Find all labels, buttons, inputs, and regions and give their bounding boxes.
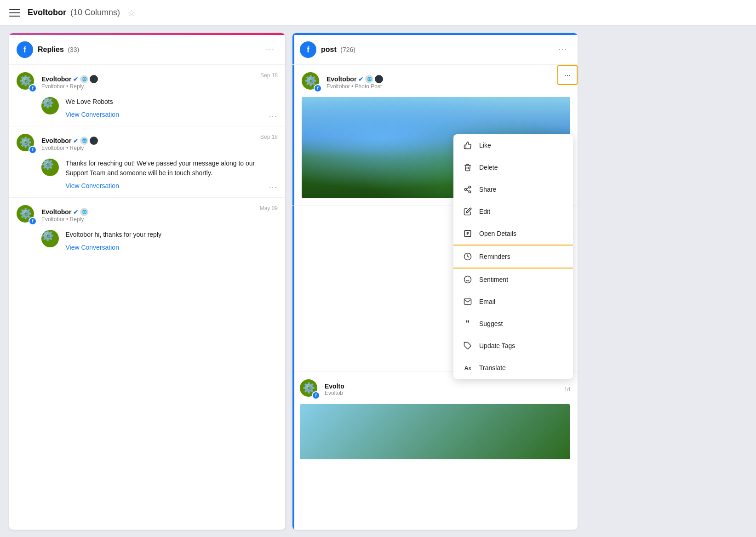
reply-item-2: ⚙️ f Evoltobor ✔ 🌐 🌑 — [9, 126, 285, 198]
post-avatar-1: ⚙️ f — [302, 72, 322, 92]
menu-edit-label: Edit — [479, 208, 490, 215]
suggest-icon: " — [463, 319, 473, 329]
globe-badge-post-1: 🌐 — [365, 75, 373, 83]
verified-badge-3: ✔ — [73, 209, 78, 216]
menu-like-label: Like — [479, 142, 491, 149]
reply-item-1: ⚙️ f Evoltobor ✔ 🌐 🌑 — [9, 65, 285, 126]
menu-translate-label: Translate — [479, 364, 506, 371]
fb-badge-3: f — [29, 217, 37, 225]
reply-avatar-1: ⚙️ — [41, 97, 59, 114]
hamburger-menu-icon[interactable] — [9, 7, 20, 18]
main-area: f Replies (33) ··· ⚙️ f — [0, 26, 756, 537]
svg-point-1 — [464, 189, 467, 191]
menu-sentiment-label: Sentiment — [479, 276, 508, 283]
sentiment-icon — [463, 274, 473, 285]
svg-point-0 — [469, 186, 471, 189]
facebook-platform-icon: f — [17, 41, 33, 58]
replies-column: f Replies (33) ··· ⚙️ f — [9, 33, 285, 530]
menu-update-tags-item[interactable]: Update Tags — [453, 335, 573, 357]
menu-sentiment-item[interactable]: Sentiment — [453, 268, 573, 291]
menu-email-label: Email — [479, 298, 495, 305]
fb-badge-post-2: f — [312, 391, 320, 400]
post-thumb-2 — [300, 404, 570, 459]
post-avatar-2: ⚙️ f — [300, 379, 320, 400]
post-item-2: ⚙️ f Evolto Evoltob 1d — [292, 371, 578, 467]
fb-platform-icon-right: f — [300, 41, 316, 58]
replies-column-header: f Replies (33) ··· — [9, 35, 285, 65]
menu-share-item[interactable]: Share — [453, 178, 573, 200]
update-tags-icon — [463, 341, 473, 351]
trash-icon — [463, 162, 473, 172]
menu-share-label: Share — [479, 186, 496, 193]
menu-email-item[interactable]: Email — [453, 291, 573, 313]
avatar-3: ⚙️ f — [17, 205, 37, 225]
verified-badge-post-1: ✔ — [358, 76, 363, 83]
email-icon — [463, 297, 473, 307]
view-conversation-link-3[interactable]: View Conversation — [65, 244, 119, 251]
context-menu: Like Delete Share Edit — [453, 134, 573, 379]
dark-badge-2: 🌑 — [90, 137, 98, 145]
svg-line-4 — [466, 188, 469, 189]
menu-reminders-label: Reminders — [479, 253, 510, 260]
post-column-more-button[interactable]: ··· — [556, 42, 570, 57]
menu-open-details-item[interactable]: Open Details — [453, 223, 573, 245]
reply-item-3: ⚙️ f Evoltobor ✔ 🌐 Evoltobor • — [9, 198, 285, 259]
menu-suggest-label: Suggest — [479, 320, 503, 327]
post-column: f post (726) ··· ⚙️ f Evoltobor — [292, 33, 578, 530]
menu-edit-item[interactable]: Edit — [453, 200, 573, 223]
fb-badge-2: f — [29, 146, 37, 154]
edit-icon — [463, 206, 473, 217]
verified-badge-1: ✔ — [73, 76, 78, 83]
item-1-more-button[interactable]: ··· — [269, 112, 278, 120]
dark-badge-1: 🌑 — [90, 75, 98, 83]
item-2-more-button[interactable]: ··· — [269, 183, 278, 192]
fb-badge-post-1: f — [314, 84, 322, 92]
verified-badge-2: ✔ — [73, 137, 78, 144]
globe-badge-2: 🌐 — [80, 137, 88, 145]
avatar-2: ⚙️ f — [17, 134, 37, 154]
open-details-icon — [463, 229, 473, 239]
globe-badge-1: 🌐 — [80, 75, 88, 83]
reply-avatar-3: ⚙️ — [41, 230, 59, 247]
svg-point-10 — [464, 276, 471, 283]
favorite-star-icon[interactable]: ☆ — [127, 7, 136, 18]
menu-translate-item[interactable]: Ax Translate — [453, 357, 573, 379]
replies-feed-list: ⚙️ f Evoltobor ✔ 🌐 🌑 — [9, 65, 285, 530]
menu-update-tags-label: Update Tags — [479, 342, 515, 349]
menu-open-details-label: Open Details — [479, 230, 516, 237]
column-title-post: post (726) — [321, 46, 355, 54]
post-item-more-orange-button[interactable]: ··· — [557, 65, 578, 85]
menu-reminders-item[interactable]: Reminders — [453, 245, 573, 268]
menu-delete-label: Delete — [479, 164, 498, 171]
app-title: Evoltobor (10 Columns) — [28, 8, 120, 17]
avatar-1: ⚙️ f — [17, 72, 37, 92]
reminders-icon — [463, 251, 473, 262]
topbar: Evoltobor (10 Columns) ☆ — [0, 0, 756, 26]
post-column-header: f post (726) ··· — [292, 35, 578, 65]
menu-delete-item[interactable]: Delete — [453, 156, 573, 178]
menu-like-item[interactable]: Like — [453, 134, 573, 156]
fb-badge-1: f — [29, 84, 37, 92]
svg-point-2 — [469, 191, 471, 193]
menu-suggest-item[interactable]: " Suggest — [453, 313, 573, 335]
view-conversation-link-1[interactable]: View Conversation — [65, 111, 119, 118]
svg-line-3 — [466, 190, 469, 191]
view-conversation-link-2[interactable]: View Conversation — [65, 182, 119, 189]
dark-badge-post-1: 🌑 — [375, 75, 383, 83]
column-title-replies: Replies (33) — [38, 46, 79, 54]
thumb-up-icon — [463, 140, 473, 150]
replies-column-more-button[interactable]: ··· — [263, 42, 278, 57]
globe-badge-3: 🌐 — [80, 208, 88, 216]
reply-avatar-2: ⚙️ — [41, 159, 59, 176]
translate-icon: Ax — [463, 363, 473, 373]
share-icon — [463, 184, 473, 194]
